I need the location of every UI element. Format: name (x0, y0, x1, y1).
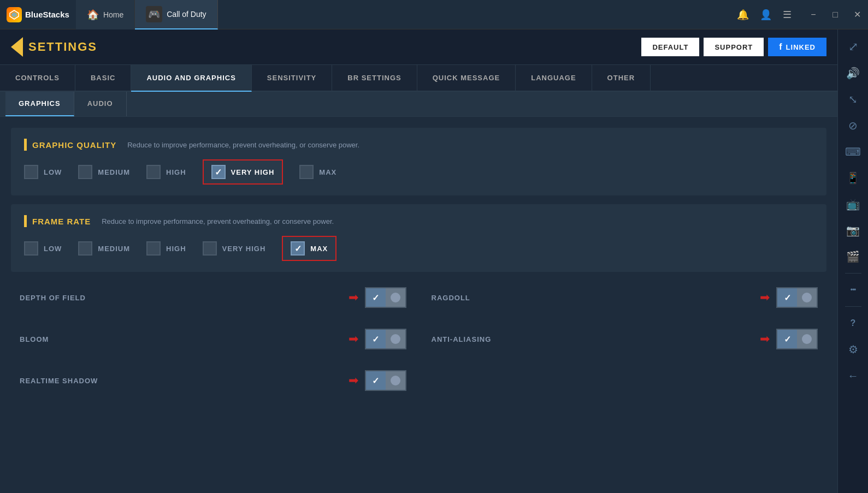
quality-very-high-checkbox[interactable] (211, 165, 226, 179)
quality-low[interactable]: LOW (24, 165, 62, 179)
close-button[interactable]: ✕ (846, 0, 868, 29)
fr-medium[interactable]: MEDIUM (78, 241, 130, 256)
ragdoll-on[interactable]: ✓ (777, 288, 797, 307)
bloom-on[interactable]: ✓ (366, 330, 386, 348)
maximize-button[interactable]: □ (824, 0, 846, 29)
home-tab-label: Home (103, 10, 123, 19)
settings-arrow-icon (11, 37, 23, 57)
frame-rate-bar-icon (24, 215, 27, 227)
titlebar: BlueStacks 🏠 Home 🎮 Call of Duty 🔔 👤 ☰ −… (0, 0, 868, 29)
menu-icon[interactable]: ☰ (783, 9, 792, 21)
sub-tab-graphics[interactable]: GRAPHICS (5, 92, 74, 116)
minimize-button[interactable]: − (802, 0, 824, 29)
app-logo: BlueStacks (0, 7, 76, 22)
sub-tab-audio[interactable]: AUDIO (74, 92, 127, 116)
tab-quick-message[interactable]: QUICK MESSAGE (417, 65, 516, 92)
graphic-quality-title: GRAPHIC QUALITY (32, 140, 116, 150)
home-tab[interactable]: 🏠 Home (76, 0, 135, 29)
anti-aliasing-toggle[interactable]: ✓ (776, 329, 818, 349)
quality-max-checkbox[interactable] (299, 165, 314, 179)
volume-icon[interactable]: 🔊 (841, 61, 865, 85)
graphic-quality-options: LOW MEDIUM HIGH VERY HIGH (24, 159, 813, 185)
quality-low-checkbox[interactable] (24, 165, 38, 179)
quality-medium[interactable]: MEDIUM (78, 165, 130, 179)
graphic-quality-section: GRAPHIC QUALITY Reduce to improve perfor… (11, 128, 826, 195)
slash-circle-icon[interactable]: ⊘ (841, 114, 865, 138)
fr-low-checkbox[interactable] (24, 241, 38, 256)
fr-max-checkbox[interactable] (291, 241, 305, 256)
fr-max[interactable]: MAX (282, 236, 336, 261)
camera-icon[interactable]: 📷 (841, 218, 865, 242)
settings-icon[interactable]: ⚙ (841, 337, 865, 361)
resize-icon[interactable]: ⤡ (841, 87, 865, 111)
right-sidebar: ⤢ 🔊 ⤡ ⊘ ⌨ 📱 📺 📷 🎬 ••• ? ⚙ ← (837, 29, 868, 493)
depth-of-field-on[interactable]: ✓ (366, 288, 386, 307)
notification-icon[interactable]: 🔔 (737, 9, 749, 21)
ragdoll-item: RAGDOLL ➡ ✓ (423, 281, 827, 314)
support-button[interactable]: SUPPORT (704, 38, 764, 56)
fr-high-label: HIGH (166, 245, 186, 253)
quality-max[interactable]: MAX (299, 165, 336, 179)
realtime-shadow-off[interactable] (386, 371, 405, 390)
tab-language[interactable]: LANGUAGE (516, 65, 592, 92)
realtime-shadow-toggle[interactable]: ✓ (365, 370, 406, 391)
tab-basic[interactable]: BASIC (75, 65, 131, 92)
quality-low-label: LOW (44, 168, 62, 176)
tab-other[interactable]: OTHER (592, 65, 651, 92)
fr-low[interactable]: LOW (24, 241, 62, 256)
bloom-off[interactable] (386, 330, 405, 348)
tab-sensitivity[interactable]: SENSITIVITY (252, 65, 332, 92)
quality-medium-checkbox[interactable] (78, 165, 92, 179)
quality-very-high-label: VERY HIGH (231, 168, 275, 176)
frame-rate-desc: Reduce to improve performance, prevent o… (102, 217, 334, 225)
linked-button[interactable]: f LINKED (768, 38, 826, 56)
settings-tabs: CONTROLS BASIC AUDIO AND GRAPHICS SENSIT… (0, 65, 837, 92)
video-icon[interactable]: 🎬 (841, 245, 865, 269)
game-tab[interactable]: 🎮 Call of Duty (135, 0, 217, 29)
quality-max-label: MAX (319, 168, 336, 176)
bloom-toggle[interactable]: ✓ (365, 329, 406, 349)
bloom-item: BLOOM ➡ ✓ (11, 322, 415, 356)
tab-br-settings[interactable]: BR SETTINGS (332, 65, 417, 92)
header-buttons: DEFAULT SUPPORT f LINKED (641, 38, 826, 56)
titlebar-controls: 🔔 👤 ☰ (726, 9, 802, 21)
keyboard-icon[interactable]: ⌨ (841, 140, 865, 164)
broadcast-icon[interactable]: 📺 (841, 192, 865, 216)
settings-logo: SETTINGS (11, 37, 97, 57)
settings-body: GRAPHIC QUALITY Reduce to improve perfor… (0, 117, 837, 493)
fr-high-checkbox[interactable] (146, 241, 161, 256)
fr-low-label: LOW (44, 245, 62, 253)
quality-very-high[interactable]: VERY HIGH (203, 159, 284, 185)
ragdoll-off[interactable] (797, 288, 817, 307)
fr-very-high-checkbox[interactable] (203, 241, 217, 256)
fr-very-high[interactable]: VERY HIGH (203, 241, 266, 256)
ragdoll-arrow-icon: ➡ (760, 290, 770, 305)
tab-controls[interactable]: CONTROLS (0, 65, 75, 92)
realtime-shadow-arrow-icon: ➡ (349, 373, 358, 388)
expand-icon[interactable]: ⤢ (841, 35, 865, 59)
anti-aliasing-item: ANTI-ALIASING ➡ ✓ (423, 322, 827, 356)
question-icon[interactable]: ? (841, 311, 865, 335)
depth-of-field-toggle[interactable]: ✓ (365, 287, 406, 308)
depth-of-field-off[interactable] (386, 288, 405, 307)
ragdoll-toggle[interactable]: ✓ (776, 287, 818, 308)
profile-icon[interactable]: 👤 (760, 9, 772, 21)
fr-medium-checkbox[interactable] (78, 241, 92, 256)
realtime-shadow-on[interactable]: ✓ (366, 371, 386, 390)
anti-aliasing-off[interactable] (797, 330, 817, 348)
back-arrow-icon[interactable]: ← (841, 364, 865, 388)
more-dots-icon[interactable]: ••• (841, 278, 865, 302)
phone-icon[interactable]: 📱 (841, 166, 865, 190)
frame-rate-section: FRAME RATE Reduce to improve performance… (11, 204, 826, 272)
app-name: BlueStacks (25, 10, 69, 19)
fr-high[interactable]: HIGH (146, 241, 186, 256)
default-button[interactable]: DEFAULT (641, 38, 699, 56)
frame-rate-title: FRAME RATE (32, 217, 91, 226)
quality-high-checkbox[interactable] (146, 165, 161, 179)
tab-audio-graphics[interactable]: AUDIO AND GRAPHICS (131, 65, 251, 92)
graphic-quality-desc: Reduce to improve performance, prevent o… (127, 141, 359, 149)
anti-aliasing-on[interactable]: ✓ (777, 330, 797, 348)
game-tab-label: Call of Duty (167, 10, 206, 19)
quality-high[interactable]: HIGH (146, 165, 186, 179)
bloom-label: BLOOM (20, 335, 49, 343)
